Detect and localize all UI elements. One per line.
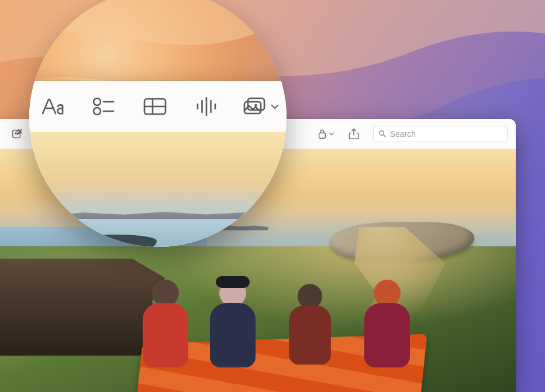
lock-icon: [317, 128, 327, 140]
search-input[interactable]: [390, 129, 502, 139]
share-button[interactable]: [345, 125, 363, 143]
svg-point-8: [254, 104, 257, 106]
text-format-button[interactable]: [36, 91, 68, 122]
insert-media-button[interactable]: [242, 91, 280, 122]
text-format-icon: [39, 95, 65, 118]
table-button[interactable]: [139, 91, 171, 122]
search-field[interactable]: [373, 126, 508, 142]
compose-button[interactable]: [8, 125, 26, 143]
svg-point-4: [94, 108, 101, 115]
chevron-down-icon: [270, 102, 280, 111]
compose-icon: [11, 128, 23, 140]
search-icon: [378, 129, 387, 138]
checklist-button[interactable]: [88, 91, 119, 122]
chevron-down-icon: [329, 131, 334, 137]
svg-rect-1: [319, 133, 326, 138]
record-audio-button[interactable]: [191, 91, 222, 122]
table-icon: [143, 97, 167, 116]
photos-icon: [242, 96, 268, 117]
magnifier-callout: [29, 0, 287, 247]
magnifier-toolbar: [29, 81, 287, 132]
audio-wave-icon: [195, 96, 218, 117]
checklist-icon: [92, 96, 115, 117]
lock-button[interactable]: [317, 125, 334, 143]
share-icon: [348, 128, 360, 140]
